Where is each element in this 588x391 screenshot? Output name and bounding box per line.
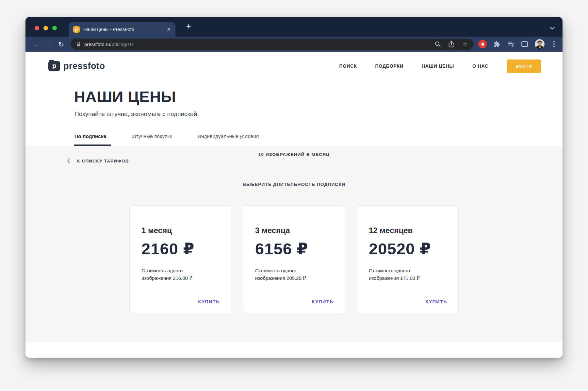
pricing-cards: 1 месяц 2160 ₽ Стоимость одного изображе…: [25, 205, 563, 313]
zoom-window-button[interactable]: [52, 26, 57, 30]
nav-item-about[interactable]: О НАС: [472, 63, 488, 69]
page-bottom: [25, 342, 563, 358]
side-panel-icon[interactable]: [521, 41, 528, 47]
nav-item-search[interactable]: ПОИСК: [339, 63, 357, 69]
login-button[interactable]: ВОЙТИ: [507, 60, 541, 73]
new-tab-button[interactable]: +: [186, 22, 191, 31]
adblock-hand-icon[interactable]: [478, 40, 487, 48]
pricing-card-3-months: 3 месяца 6156 ₽ Стоимость одного изображ…: [243, 205, 345, 313]
card-unit-cost: Стоимость одного изображения 205.20 ₽: [255, 267, 333, 282]
plan-label: 10 ИЗОБРАЖЕНИЙ В МЕСЯЦ: [25, 139, 563, 157]
minimize-window-button[interactable]: [43, 26, 48, 30]
url-domain: pressfoto.ru: [84, 42, 110, 47]
card-unit-cost: Стоимость одного изображения 171.00 ₽: [369, 267, 447, 282]
page-subtitle: Покупайте штучно, экономьте с подпиской.: [74, 110, 563, 118]
back-button[interactable]: ←: [30, 41, 42, 47]
pressfoto-logo-icon: p: [48, 61, 60, 71]
profile-avatar[interactable]: [535, 39, 545, 49]
pricing-card-12-months: 12 месяцев 20520 ₽ Стоимость одного изоб…: [357, 205, 459, 313]
browser-toolbar: ← → ↻ pressfoto.ru/pricing/10 ☆: [25, 37, 563, 52]
plan-bar: К СПИСКУ ТАРИФОВ 10 ИЗОБРАЖЕНИЙ В МЕСЯЦ: [25, 146, 563, 165]
extensions-puzzle-icon[interactable]: [494, 41, 500, 48]
card-price: 6156 ₽: [255, 240, 333, 258]
lock-icon[interactable]: [76, 42, 80, 47]
close-window-button[interactable]: [35, 26, 39, 30]
buy-button[interactable]: КУПИТЬ: [426, 299, 447, 304]
tab-title: Наши цены - PressFoto: [83, 27, 164, 32]
section-heading: ВЫБЕРИТЕ ДЛИТЕЛЬНОСТЬ ПОДПИСКИ: [25, 182, 563, 187]
page-title: НАШИ ЦЕНЫ: [74, 88, 563, 106]
card-price: 20520 ₽: [369, 240, 447, 258]
buy-button[interactable]: КУПИТЬ: [312, 299, 334, 304]
card-duration: 1 месяц: [141, 226, 219, 235]
card-duration: 12 месяцев: [369, 226, 447, 235]
pricing-card-1-month: 1 месяц 2160 ₽ Стоимость одного изображе…: [129, 205, 231, 313]
forward-button[interactable]: →: [42, 41, 55, 47]
traffic-lights: [35, 26, 57, 30]
chevron-left-icon: [67, 159, 70, 163]
extension-icons: [478, 39, 558, 49]
search-icon[interactable]: [435, 41, 441, 47]
url-path: /pricing/10: [110, 42, 133, 47]
address-bar[interactable]: pressfoto.ru/pricing/10 ☆: [71, 39, 474, 50]
nav-item-collections[interactable]: ПОДБОРКИ: [375, 63, 403, 69]
back-link-label: К СПИСКУ ТАРИФОВ: [77, 159, 129, 163]
nav-item-pricing[interactable]: НАШИ ЦЕНЫ: [422, 63, 454, 69]
tab-close-icon[interactable]: ✕: [167, 26, 171, 32]
card-unit-cost: Стоимость одного изображения 216.00 ₽: [141, 267, 219, 282]
bookmark-star-icon[interactable]: ☆: [462, 41, 468, 47]
share-icon[interactable]: [449, 41, 454, 47]
browser-tab[interactable]: p Наши цены - PressFoto ✕: [69, 22, 175, 37]
site-header: p pressfoto ПОИСК ПОДБОРКИ НАШИ ЦЕНЫ О Н…: [25, 52, 563, 80]
subscription-panel: К СПИСКУ ТАРИФОВ 10 ИЗОБРАЖЕНИЙ В МЕСЯЦ …: [25, 146, 563, 342]
back-to-tariffs-link[interactable]: К СПИСКУ ТАРИФОВ: [67, 159, 129, 163]
pressfoto-page: p pressfoto ПОИСК ПОДБОРКИ НАШИ ЦЕНЫ О Н…: [25, 52, 563, 358]
card-price: 2160 ₽: [141, 240, 219, 258]
buy-button[interactable]: КУПИТЬ: [198, 299, 220, 304]
tab-strip: p Наши цены - PressFoto ✕ +: [25, 17, 563, 37]
refresh-button[interactable]: ↻: [55, 41, 67, 48]
main-nav: ПОИСК ПОДБОРКИ НАШИ ЦЕНЫ О НАС ВОЙТИ: [339, 60, 541, 73]
pressfoto-logo[interactable]: p pressfoto: [48, 61, 105, 71]
browser-window: p Наши цены - PressFoto ✕ + ← → ↻ pressf…: [25, 17, 563, 358]
media-queue-icon[interactable]: [507, 41, 514, 47]
tab-search-chevron-icon[interactable]: [550, 27, 555, 30]
card-duration: 3 месяца: [255, 226, 333, 235]
pressfoto-logo-text: pressfoto: [63, 61, 105, 71]
chrome-menu-icon[interactable]: [551, 41, 557, 48]
pressfoto-favicon-icon: p: [73, 26, 80, 33]
